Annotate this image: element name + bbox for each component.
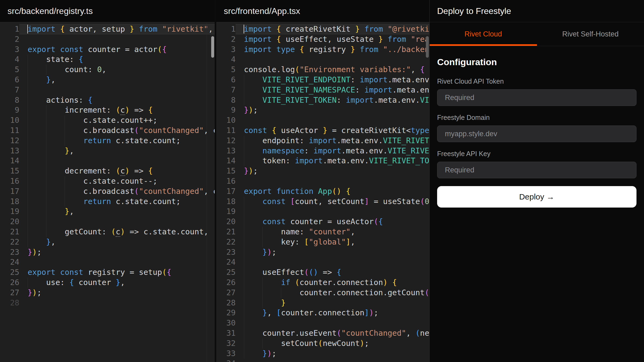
code-line: 2 <box>0 34 215 45</box>
code-token: import <box>244 35 276 44</box>
code-editor-frontend[interactable]: 1import { createRivetKit } from "@rivetk… <box>216 22 429 362</box>
code-text <box>236 176 429 186</box>
file-path: src/backend/registry.ts <box>8 6 93 16</box>
indent-guide <box>244 206 244 217</box>
code-text: token: import.meta.env.VITE_RIVET_TOKEN, <box>236 156 429 166</box>
code-text: const counter = useActor({ <box>236 217 429 227</box>
line-number: 11 <box>0 125 19 136</box>
rivet-cloud-api-token-input[interactable] <box>437 89 636 106</box>
indent-guide <box>262 288 263 298</box>
code-text: counter.useEvent("countChanged", (newCou… <box>236 328 429 338</box>
indent-guide <box>281 288 281 298</box>
code-token: VITE_RIVET_TOKEN <box>262 95 336 105</box>
indent-guide <box>46 156 46 166</box>
code-token: 0 <box>425 197 429 206</box>
line-number: 19 <box>216 206 236 217</box>
deploy-button[interactable]: Deploy → <box>437 186 636 208</box>
code-token: ) <box>120 227 125 236</box>
indent-guide <box>46 217 46 227</box>
indent-guide <box>244 298 244 308</box>
code-token: ( <box>295 278 299 287</box>
field-freestyle-api-key: Freestyle API Key <box>437 150 636 178</box>
code-token: export function <box>244 187 318 196</box>
code-token: [ <box>304 237 309 246</box>
deploy-tabs: Rivet Cloud Rivet Self-Hosted <box>430 22 644 46</box>
code-token: ( <box>318 339 323 348</box>
code-line: 31 counter.useEvent("countChanged", (new… <box>216 328 429 338</box>
code-token: , <box>102 65 106 74</box>
code-line: 28 } <box>216 298 429 308</box>
line-number: 26 <box>0 278 19 288</box>
code-token: "@rivetkit/react" <box>387 24 429 34</box>
line-number: 23 <box>216 247 236 257</box>
code-token: c <box>120 105 125 115</box>
code-token: .meta.env. <box>336 136 383 145</box>
code-token <box>244 95 262 105</box>
code-token: } <box>65 146 69 155</box>
line-number: 10 <box>0 115 19 125</box>
scrollbar-thumb[interactable] <box>426 36 429 58</box>
indent-guide <box>28 136 28 146</box>
code-token: decrement: <box>28 166 116 175</box>
code-line: 22 key: ["global"], <box>216 237 429 247</box>
code-line: 6 VITE_RIVET_ENDPOINT: import.meta.env.V… <box>216 75 429 85</box>
code-token <box>244 308 262 317</box>
indent-guide <box>28 85 28 95</box>
code-text: VITE_RIVET_NAMESPACE: import.meta.env.VI… <box>236 85 429 95</box>
line-number: 25 <box>0 267 19 278</box>
code-token: } <box>46 75 51 84</box>
line-number: 12 <box>216 136 236 146</box>
file-path: src/frontend/App.tsx <box>224 6 300 16</box>
freestyle-domain-input[interactable] <box>437 125 636 142</box>
tab-rivet-cloud[interactable]: Rivet Cloud <box>430 22 537 46</box>
code-token: } <box>355 24 365 34</box>
indent-guide <box>244 95 244 105</box>
code-text: import { actor, setup } from "rivetkit", <box>19 24 215 34</box>
code-line: 25export const registry = setup({ <box>0 267 215 278</box>
code-token: ( <box>415 328 420 338</box>
line-number: 11 <box>216 125 236 136</box>
code-token: VITE_RIVET_TOKEN <box>369 156 429 165</box>
field-label: Rivet Cloud API Token <box>437 77 636 85</box>
code-text: c.state.count++; <box>19 115 215 125</box>
tab-rivet-self-hosted[interactable]: Rivet Self-Hosted <box>537 22 644 46</box>
code-token: .meta.env. <box>341 146 388 155</box>
code-line: 14 token: import.meta.env.VITE_RIVET_TOK… <box>216 156 429 166</box>
text-cursor <box>27 25 28 34</box>
code-line: 16 <box>216 176 429 186</box>
code-token: { <box>336 268 341 277</box>
code-editor-backend[interactable]: 1import { actor, setup } from "rivetkit"… <box>0 22 215 362</box>
code-text: return c.state.count; <box>19 136 215 146</box>
scrollbar-thumb[interactable] <box>211 36 214 58</box>
code-text: if (counter.connection) { <box>236 278 429 288</box>
code-token: App <box>318 187 332 196</box>
code-token: VITE_RIVET_TOKEN <box>420 95 429 105</box>
code-token: from <box>360 45 383 54</box>
code-token: from <box>387 35 411 44</box>
code-token: } <box>262 349 267 358</box>
indent-guide <box>244 227 244 237</box>
code-text: count: 0, <box>19 65 215 75</box>
indent-guide <box>46 115 46 125</box>
indent-guide <box>28 105 28 115</box>
indent-guide <box>46 105 46 115</box>
code-token: return <box>83 136 116 145</box>
code-line: 24 <box>0 257 215 267</box>
code-line: 27 counter.connection.getCount().then(se… <box>216 288 429 298</box>
line-number: 10 <box>216 115 236 125</box>
code-token: ( <box>116 105 120 114</box>
code-token: , <box>120 278 125 287</box>
code-token: { <box>162 45 167 54</box>
code-line: 15}); <box>216 166 429 176</box>
line-number: 21 <box>0 227 19 237</box>
code-token: ) <box>267 248 272 257</box>
code-line: 32 setCount(newCount); <box>216 338 429 349</box>
line-number: 33 <box>216 349 236 359</box>
code-line: 20 const counter = useActor({ <box>216 217 429 227</box>
code-token: ( <box>111 227 116 236</box>
indent-guide <box>46 125 46 136</box>
code-text: c.broadcast("countChanged", c.state.coun… <box>19 125 215 136</box>
freestyle-api-key-input[interactable] <box>437 162 636 178</box>
code-text: setCount(newCount); <box>236 338 429 349</box>
code-token: ) <box>360 339 364 348</box>
